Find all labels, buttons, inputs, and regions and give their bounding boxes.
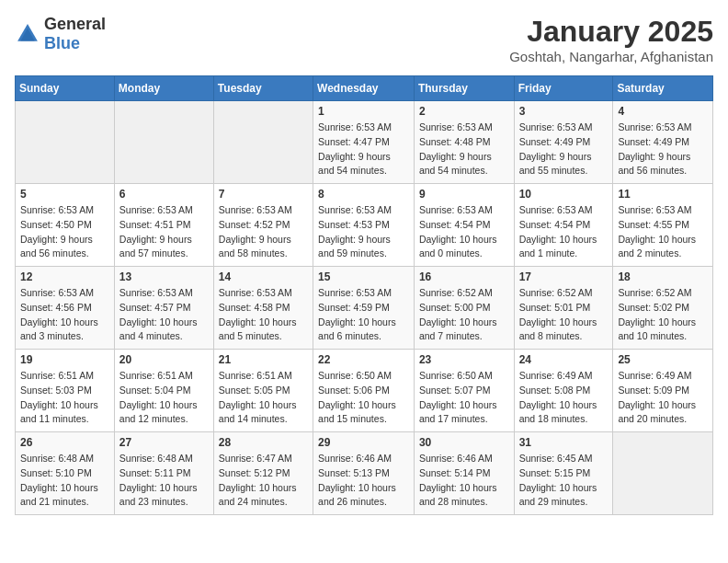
calendar-cell — [16, 101, 115, 184]
header-tuesday: Tuesday — [213, 76, 313, 101]
day-info: Sunrise: 6:53 AMSunset: 4:50 PMDaylight:… — [20, 203, 109, 261]
day-info: Sunrise: 6:53 AMSunset: 4:54 PMDaylight:… — [519, 203, 609, 261]
header-sunday: Sunday — [16, 76, 115, 101]
day-number: 11 — [618, 188, 708, 201]
day-number: 19 — [20, 353, 109, 366]
calendar-cell: 3Sunrise: 6:53 AMSunset: 4:49 PMDaylight… — [514, 101, 613, 184]
day-number: 26 — [20, 436, 109, 449]
calendar-cell: 7Sunrise: 6:53 AMSunset: 4:52 PMDaylight… — [213, 184, 313, 267]
day-info: Sunrise: 6:51 AMSunset: 5:03 PMDaylight:… — [20, 369, 109, 427]
calendar-cell: 26Sunrise: 6:48 AMSunset: 5:10 PMDayligh… — [16, 432, 115, 515]
day-number: 15 — [318, 270, 409, 283]
logo-icon — [15, 21, 40, 47]
day-number: 12 — [20, 270, 109, 283]
day-info: Sunrise: 6:53 AMSunset: 4:49 PMDaylight:… — [618, 121, 708, 178]
day-number: 30 — [419, 436, 509, 449]
day-number: 10 — [519, 188, 609, 201]
calendar-cell: 21Sunrise: 6:51 AMSunset: 5:05 PMDayligh… — [213, 350, 313, 432]
calendar-cell: 2Sunrise: 6:53 AMSunset: 4:48 PMDaylight… — [414, 101, 514, 184]
day-number: 14 — [219, 270, 308, 283]
header-row: SundayMondayTuesdayWednesdayThursdayFrid… — [16, 76, 713, 101]
day-info: Sunrise: 6:53 AMSunset: 4:52 PMDaylight:… — [219, 203, 308, 261]
day-info: Sunrise: 6:53 AMSunset: 4:47 PMDaylight:… — [318, 121, 409, 178]
calendar-cell: 15Sunrise: 6:53 AMSunset: 4:59 PMDayligh… — [313, 267, 415, 350]
calendar-cell — [114, 101, 213, 184]
day-number: 31 — [519, 436, 609, 449]
header-friday: Friday — [514, 76, 613, 101]
day-info: Sunrise: 6:53 AMSunset: 4:58 PMDaylight:… — [219, 286, 308, 344]
day-info: Sunrise: 6:49 AMSunset: 5:09 PMDaylight:… — [618, 369, 708, 427]
day-info: Sunrise: 6:53 AMSunset: 4:53 PMDaylight:… — [318, 203, 409, 261]
day-info: Sunrise: 6:47 AMSunset: 5:12 PMDaylight:… — [219, 452, 308, 510]
day-number: 2 — [419, 105, 509, 118]
calendar-cell: 19Sunrise: 6:51 AMSunset: 5:03 PMDayligh… — [16, 350, 115, 432]
calendar-cell: 18Sunrise: 6:52 AMSunset: 5:02 PMDayligh… — [613, 267, 713, 350]
calendar-subtitle: Goshtah, Nangarhar, Afghanistan — [509, 49, 713, 64]
day-number: 27 — [119, 436, 209, 449]
header-wednesday: Wednesday — [313, 76, 415, 101]
day-info: Sunrise: 6:53 AMSunset: 4:59 PMDaylight:… — [318, 286, 409, 344]
calendar-cell: 31Sunrise: 6:45 AMSunset: 5:15 PMDayligh… — [514, 432, 613, 515]
calendar-cell: 11Sunrise: 6:53 AMSunset: 4:55 PMDayligh… — [613, 184, 713, 267]
day-info: Sunrise: 6:51 AMSunset: 5:04 PMDaylight:… — [119, 369, 209, 427]
logo-text: General Blue — [44, 15, 106, 53]
calendar-cell: 30Sunrise: 6:46 AMSunset: 5:14 PMDayligh… — [414, 432, 514, 515]
day-number: 23 — [419, 353, 509, 366]
day-info: Sunrise: 6:46 AMSunset: 5:14 PMDaylight:… — [419, 452, 509, 510]
title-block: January 2025 Goshtah, Nangarhar, Afghani… — [509, 15, 713, 64]
day-number: 13 — [119, 270, 209, 283]
day-number: 16 — [419, 270, 509, 283]
day-info: Sunrise: 6:49 AMSunset: 5:08 PMDaylight:… — [519, 369, 609, 427]
day-info: Sunrise: 6:52 AMSunset: 5:02 PMDaylight:… — [618, 286, 708, 344]
calendar-cell: 22Sunrise: 6:50 AMSunset: 5:06 PMDayligh… — [313, 350, 415, 432]
day-number: 18 — [618, 270, 708, 283]
calendar-cell: 27Sunrise: 6:48 AMSunset: 5:11 PMDayligh… — [114, 432, 213, 515]
calendar-cell: 24Sunrise: 6:49 AMSunset: 5:08 PMDayligh… — [514, 350, 613, 432]
calendar-cell: 23Sunrise: 6:50 AMSunset: 5:07 PMDayligh… — [414, 350, 514, 432]
calendar-cell — [613, 432, 713, 515]
week-row-3: 19Sunrise: 6:51 AMSunset: 5:03 PMDayligh… — [16, 350, 713, 432]
logo: General Blue — [15, 15, 106, 53]
day-number: 28 — [219, 436, 308, 449]
day-number: 5 — [20, 188, 109, 201]
calendar-cell: 1Sunrise: 6:53 AMSunset: 4:47 PMDaylight… — [313, 101, 415, 184]
day-number: 3 — [519, 105, 609, 118]
calendar-cell: 9Sunrise: 6:53 AMSunset: 4:54 PMDaylight… — [414, 184, 514, 267]
week-row-0: 1Sunrise: 6:53 AMSunset: 4:47 PMDaylight… — [16, 101, 713, 184]
day-number: 20 — [119, 353, 209, 366]
day-number: 25 — [618, 353, 708, 366]
day-number: 6 — [119, 188, 209, 201]
calendar-table: SundayMondayTuesdayWednesdayThursdayFrid… — [15, 75, 713, 515]
week-row-2: 12Sunrise: 6:53 AMSunset: 4:56 PMDayligh… — [16, 267, 713, 350]
day-info: Sunrise: 6:45 AMSunset: 5:15 PMDaylight:… — [519, 452, 609, 510]
day-number: 22 — [318, 353, 409, 366]
day-info: Sunrise: 6:53 AMSunset: 4:55 PMDaylight:… — [618, 203, 708, 261]
calendar-cell: 20Sunrise: 6:51 AMSunset: 5:04 PMDayligh… — [114, 350, 213, 432]
day-info: Sunrise: 6:48 AMSunset: 5:11 PMDaylight:… — [119, 452, 209, 510]
day-info: Sunrise: 6:52 AMSunset: 5:00 PMDaylight:… — [419, 286, 509, 344]
day-number: 7 — [219, 188, 308, 201]
header-thursday: Thursday — [414, 76, 514, 101]
day-info: Sunrise: 6:53 AMSunset: 4:51 PMDaylight:… — [119, 203, 209, 261]
day-number: 8 — [318, 188, 409, 201]
calendar-cell: 13Sunrise: 6:53 AMSunset: 4:57 PMDayligh… — [114, 267, 213, 350]
logo-blue: Blue — [44, 34, 80, 52]
day-number: 9 — [419, 188, 509, 201]
day-info: Sunrise: 6:50 AMSunset: 5:06 PMDaylight:… — [318, 369, 409, 427]
calendar-cell: 16Sunrise: 6:52 AMSunset: 5:00 PMDayligh… — [414, 267, 514, 350]
week-row-4: 26Sunrise: 6:48 AMSunset: 5:10 PMDayligh… — [16, 432, 713, 515]
day-number: 4 — [618, 105, 708, 118]
calendar-cell: 12Sunrise: 6:53 AMSunset: 4:56 PMDayligh… — [16, 267, 115, 350]
page-header: General Blue January 2025 Goshtah, Nanga… — [15, 15, 713, 64]
header-monday: Monday — [114, 76, 213, 101]
day-number: 24 — [519, 353, 609, 366]
calendar-cell: 8Sunrise: 6:53 AMSunset: 4:53 PMDaylight… — [313, 184, 415, 267]
calendar-cell: 10Sunrise: 6:53 AMSunset: 4:54 PMDayligh… — [514, 184, 613, 267]
day-info: Sunrise: 6:53 AMSunset: 4:57 PMDaylight:… — [119, 286, 209, 344]
day-info: Sunrise: 6:46 AMSunset: 5:13 PMDaylight:… — [318, 452, 409, 510]
calendar-cell: 17Sunrise: 6:52 AMSunset: 5:01 PMDayligh… — [514, 267, 613, 350]
header-saturday: Saturday — [613, 76, 713, 101]
week-row-1: 5Sunrise: 6:53 AMSunset: 4:50 PMDaylight… — [16, 184, 713, 267]
day-number: 21 — [219, 353, 308, 366]
day-info: Sunrise: 6:52 AMSunset: 5:01 PMDaylight:… — [519, 286, 609, 344]
